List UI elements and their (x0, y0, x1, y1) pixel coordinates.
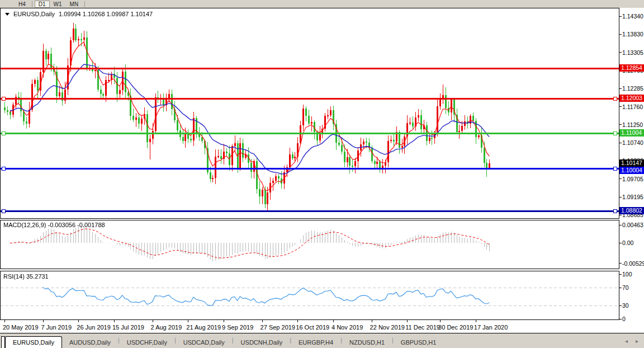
date-axis-label: 9 Sep 2019 (222, 324, 253, 331)
timeframe-h4-button[interactable]: H4 (15, 1, 30, 8)
price-axis-tick (619, 34, 622, 35)
date-axis-tick (476, 320, 476, 322)
date-axis-label: 30 Dec 2019 (438, 324, 473, 331)
date-axis-label: 26 Jun 2019 (77, 324, 111, 331)
rsi-pane (0, 271, 619, 320)
macd-axis-tick (619, 225, 622, 225)
price-badge: 1.12003 (619, 95, 644, 102)
rsi-axis-label: 0 (622, 316, 626, 322)
symbol-tab-usdcad-daily[interactable]: USDCAD,Daily (176, 337, 232, 348)
date-axis-label: 15 Jul 2019 (112, 324, 144, 331)
macd-axis-tick (619, 243, 622, 243)
price-axis-tick (619, 215, 622, 215)
symbol-tab-nzdusd-h1[interactable]: NZDUSD,H1 (342, 337, 392, 348)
chart-ohlc-values: 1.09994 1.10268 1.09987 1.10147 (59, 11, 153, 17)
tab-scroll-arrows: ◂▸ (625, 338, 638, 344)
rsi-axis-label: 30 (622, 302, 629, 309)
date-axis-tick (372, 320, 372, 322)
tab-scroll-right-icon[interactable]: ▸ (636, 338, 638, 344)
symbol-tab-usdcnh-daily[interactable]: USDCNH,Daily (234, 337, 290, 348)
symbol-tab-usdchf-daily[interactable]: USDCHF,Daily (120, 337, 174, 348)
macd-label: MACD(12,26,9) -0.003056 -0.001788 (3, 222, 105, 228)
rsi-axis-label: 70 (622, 284, 629, 291)
date-axis-tick (153, 320, 153, 322)
date-axis-tick (407, 320, 408, 322)
chart-symbol-label: EURUSD,Daily (13, 11, 55, 17)
date-axis-label: 20 May 2019 (3, 324, 39, 331)
price-chart-canvas[interactable] (1, 8, 619, 218)
rsi-axis-label: 100 (622, 271, 632, 278)
date-axis-label: 2 Aug 2019 (151, 324, 182, 331)
price-badge: 1.08802 (619, 207, 644, 214)
price-badge: 1.11004 (619, 129, 644, 137)
symbol-tab-eurgbp-h4[interactable]: EURGBP,H4 (291, 337, 340, 348)
symbol-tab-bar: EURUSD,DailyAUDUSD,Daily|USDCHF,Daily|US… (0, 333, 644, 348)
price-axis-label: 1.13830 (622, 31, 643, 37)
price-axis-label: 1.11760 (622, 104, 643, 110)
date-axis-tick (114, 320, 115, 322)
price-badge: 1.10147 (619, 159, 644, 167)
date-axis-label: 17 Jan 2020 (474, 324, 508, 331)
rsi-canvas[interactable] (1, 271, 619, 319)
date-axis-label: 7 Jun 2019 (41, 324, 72, 331)
toolbar-separator (84, 1, 85, 7)
main-chart-pane (0, 8, 619, 219)
date-axis-label: 22 Nov 2019 (370, 324, 405, 331)
price-badge: 1.10004 (619, 167, 644, 174)
price-axis-label: 1.11250 (622, 121, 643, 128)
chart-title: EURUSD,Daily 1.09994 1.10268 1.09987 1.1… (5, 11, 153, 17)
symbol-tab-audusd-daily[interactable]: AUDUSD,Daily (62, 337, 118, 348)
tabstrip-edge (1, 336, 5, 348)
rsi-axis-tick (619, 319, 622, 319)
price-axis-tick (619, 16, 622, 17)
date-axis-tick (188, 320, 188, 322)
timeframe-w1-button[interactable]: W1 (50, 1, 66, 8)
price-axis-tick (619, 88, 622, 89)
price-axis-tick (619, 143, 622, 143)
price-axis-label: 1.10740 (622, 139, 643, 146)
price-axis-label: 1.12285 (622, 85, 643, 92)
rsi-axis-tick (619, 305, 622, 306)
symbol-tab-eurusd-daily[interactable]: EURUSD,Daily (5, 336, 62, 348)
toolbar-separator (32, 1, 32, 7)
date-axis-label: 11 Dec 2019 (405, 324, 440, 331)
date-axis-tick (224, 320, 224, 322)
date-axis-label: 27 Sep 2019 (261, 324, 295, 331)
symbol-tab-gbpusd-h1[interactable]: GBPUSD,H1 (394, 337, 444, 348)
date-axis-tick (43, 320, 44, 322)
tab-scroll-left-icon[interactable]: ◂ (625, 338, 628, 344)
timeframe-mn-button[interactable]: MN (66, 1, 83, 8)
date-axis-label: 4 Nov 2019 (332, 324, 363, 331)
chart-dropdown-icon[interactable] (5, 13, 10, 16)
price-axis-tick (619, 124, 622, 125)
rsi-axis-tick (619, 274, 622, 275)
date-axis-tick (4, 320, 5, 322)
price-axis-label: 1.13305 (622, 49, 643, 56)
price-axis-tick (619, 52, 622, 53)
macd-axis-label: 0.00463 (622, 222, 643, 228)
price-axis-tick (619, 106, 622, 107)
date-axis-tick (297, 320, 298, 322)
date-axis-tick (262, 320, 263, 322)
price-axis-label: 1.09195 (622, 194, 643, 200)
rsi-label: RSI(14) 35.2731 (3, 273, 49, 280)
price-axis-label: 1.09705 (622, 176, 643, 182)
date-axis-tick (440, 320, 441, 322)
macd-axis-label: -0.005299 (622, 260, 644, 267)
timeframe-d1-button[interactable]: D1 (35, 1, 50, 8)
date-axis-label: 16 Oct 2019 (296, 324, 329, 331)
price-axis-tick (619, 197, 622, 197)
date-axis-tick (333, 320, 334, 322)
price-axis-tick (619, 178, 622, 179)
date-axis-label: 21 Aug 2019 (186, 324, 221, 331)
macd-axis-tick (619, 263, 622, 264)
timeframe-toolbar: H4 D1 W1 MN (0, 0, 644, 8)
price-axis-label: 1.14340 (622, 13, 643, 20)
macd-axis-label: 0.00 (622, 239, 633, 246)
date-axis-tick (78, 320, 79, 322)
rsi-axis-tick (619, 288, 622, 288)
price-badge: 1.12854 (619, 64, 644, 72)
